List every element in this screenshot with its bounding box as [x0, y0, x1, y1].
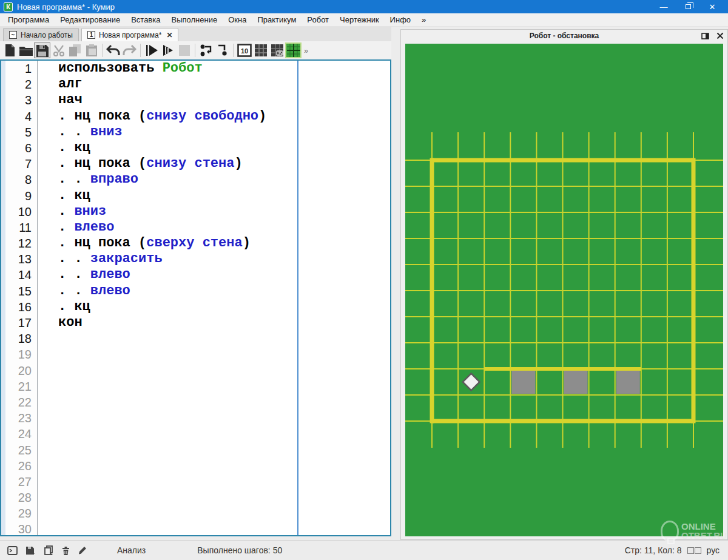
undo-button[interactable] — [105, 42, 121, 58]
tab-new-program[interactable]: 1Новая программа*✕ — [81, 28, 179, 41]
line-number: 8 — [5, 172, 32, 187]
step-into-button[interactable] — [214, 42, 231, 58]
painted-cell[interactable] — [511, 370, 535, 394]
stop-button[interactable] — [176, 42, 192, 58]
console-icon[interactable] — [7, 546, 18, 555]
line-number: 1 — [5, 61, 32, 76]
undock-icon — [701, 32, 710, 40]
line-number: 24 — [5, 426, 32, 442]
code-line: нач — [38, 92, 390, 108]
run-button[interactable] — [143, 42, 160, 58]
code-area[interactable]: использовать Роботалгнач. нц пока (снизу… — [38, 61, 390, 535]
app-icon: К — [4, 2, 13, 12]
io-area-icon: 10 — [237, 44, 252, 57]
robot-field[interactable] — [405, 44, 723, 536]
line-number: 2 — [5, 76, 32, 92]
copy-button[interactable] — [67, 42, 83, 58]
line-number: 4 — [5, 109, 32, 124]
tab-start-page-icon: ~ — [9, 31, 17, 39]
code-line: . . влево — [38, 267, 390, 283]
save-results-icon[interactable] — [25, 546, 36, 555]
undock-button[interactable] — [698, 30, 713, 42]
menu-item-okna[interactable]: Окна — [223, 13, 252, 27]
line-number: 25 — [5, 442, 32, 458]
open-file-icon — [19, 44, 33, 56]
variables-icon — [254, 44, 268, 57]
code-line: . кц — [38, 299, 390, 315]
close-button[interactable]: ✕ — [700, 0, 724, 13]
code-editor[interactable]: 1234567891011121314151617181920212223242… — [0, 59, 391, 536]
run-icon — [145, 44, 158, 57]
code-line: . . вниз — [38, 124, 390, 140]
keyboard-layout-icon[interactable] — [687, 547, 701, 554]
svg-text:10: 10 — [240, 47, 248, 55]
window-title: Новая программа* - Кумир — [17, 2, 115, 12]
code-line: . влево — [38, 220, 390, 235]
clear-icon[interactable] — [62, 546, 70, 555]
line-number: 9 — [5, 188, 32, 204]
stop-icon — [178, 44, 190, 56]
menu-item-redaktirovanie[interactable]: Редактирование — [55, 13, 126, 27]
paste-button[interactable] — [83, 42, 99, 58]
code-line: . . влево — [38, 283, 390, 299]
menu-item-overflow[interactable]: » — [416, 13, 431, 27]
cut-button[interactable] — [50, 42, 67, 58]
toolbar-separator — [233, 44, 234, 57]
robot-field-icon — [287, 44, 300, 57]
toolbar-separator — [140, 44, 141, 57]
run-step-button[interactable] — [160, 42, 176, 58]
minimize-button[interactable]: — — [652, 0, 676, 13]
line-number: 12 — [5, 235, 32, 251]
splitter[interactable] — [391, 27, 400, 540]
line-number: 27 — [5, 474, 32, 490]
line-number: 18 — [5, 331, 32, 346]
painted-cell[interactable] — [616, 370, 640, 394]
robot-field-button[interactable] — [285, 42, 302, 58]
new-file-button[interactable] — [1, 42, 18, 58]
menu-item-robot[interactable]: Робот — [302, 13, 334, 27]
step-icon — [199, 44, 214, 57]
painted-cell[interactable] — [564, 370, 588, 394]
menu-item-vypolnenie[interactable]: Выполнение — [166, 13, 223, 27]
robot-window-titlebar: Робот - обстановка — [401, 30, 727, 42]
open-file-button[interactable] — [18, 42, 34, 58]
line-number: 20 — [5, 363, 32, 379]
menu-item-programma[interactable]: Программа — [2, 13, 55, 27]
line-number: 15 — [5, 283, 32, 299]
line-number: 13 — [5, 251, 32, 267]
code-line: . нц пока (снизу стена) — [38, 156, 390, 172]
undo-icon — [106, 44, 120, 56]
line-number: 3 — [5, 92, 32, 108]
layout-label: рус — [707, 545, 720, 555]
tab-close-icon[interactable]: ✕ — [166, 31, 172, 39]
robot-window-close-button[interactable] — [713, 30, 727, 42]
robot-window-title: Робот - обстановка — [430, 32, 698, 40]
variables-button[interactable] — [252, 42, 269, 58]
line-number: 29 — [5, 505, 32, 521]
tab-bar: ~Начало работы1Новая программа*✕ — [0, 27, 391, 41]
selection-margin — [1, 61, 5, 535]
code-line: . нц пока (снизу свободно) — [38, 109, 390, 124]
copy-results-icon[interactable] — [44, 545, 54, 555]
redo-button[interactable] — [121, 42, 138, 58]
menu-item-info[interactable]: Инфо — [385, 13, 416, 27]
robot-control-button[interactable] — [269, 42, 285, 58]
edit-icon[interactable] — [78, 546, 87, 555]
restore-button[interactable] — [676, 0, 700, 13]
step-button[interactable] — [198, 42, 214, 58]
menu-item-vstavka[interactable]: Вставка — [126, 13, 166, 27]
step-into-icon — [217, 44, 229, 57]
line-number: 14 — [5, 267, 32, 283]
io-area-button[interactable]: 10 — [236, 42, 252, 58]
save-file-button[interactable] — [34, 42, 50, 58]
title-bar: К Новая программа* - Кумир — ✕ — [0, 0, 728, 13]
menu-item-praktikum[interactable]: Практикум — [252, 13, 302, 27]
toolbar-more-button[interactable]: » — [304, 46, 308, 55]
line-number: 7 — [5, 156, 32, 172]
menu-item-chertezhnik[interactable]: Чертежник — [334, 13, 385, 27]
run-step-icon — [161, 44, 175, 57]
tab-label: Начало работы — [21, 31, 73, 39]
code-line: . вниз — [38, 204, 390, 220]
tab-start-page[interactable]: ~Начало работы — [3, 28, 79, 41]
cursor-position-label: Стр: 11, Кол: 8 — [625, 545, 682, 555]
